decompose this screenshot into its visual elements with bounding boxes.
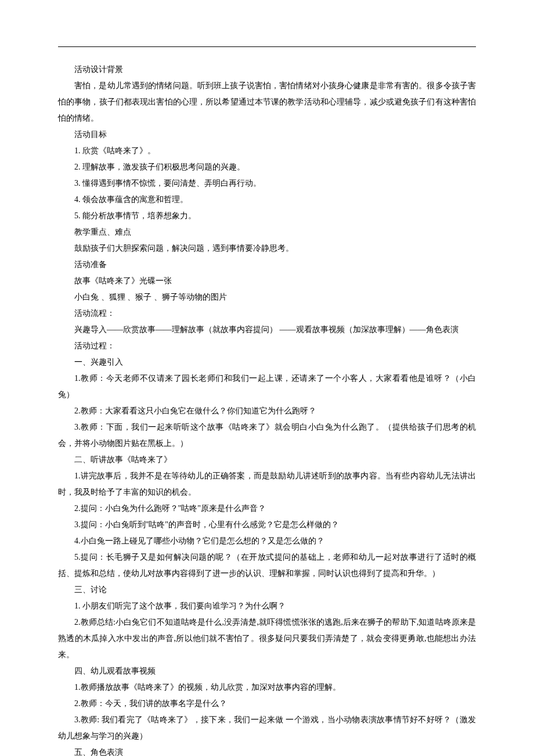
paragraph: 1. 小朋友们听完了这个故事，我们要向谁学习？为什么啊？ bbox=[58, 598, 476, 614]
document-content: 活动设计背景 害怕，是幼儿常遇到的情绪问题。听到班上孩子说害怕，害怕情绪对小孩身… bbox=[58, 62, 476, 756]
paragraph: 2.提问：小白兔为什么跑呀？"咕咚"原来是什么声音？ bbox=[58, 501, 476, 517]
paragraph: 活动目标 bbox=[58, 127, 476, 143]
paragraph: 2.教师：大家看看这只小白兔它在做什么？你们知道它为什么跑呀？ bbox=[58, 403, 476, 419]
paragraph: 3.教师：下面，我们一起来听听这个故事《咕咚来了》就会明白小白兔为什么跑了。（提… bbox=[58, 419, 476, 452]
paragraph: 1.教师：今天老师不仅请来了园长老师们和我们一起上课，还请来了一个小客人，大家看… bbox=[58, 370, 476, 403]
paragraph: 5. 能分析故事情节，培养想象力。 bbox=[58, 208, 476, 224]
paragraph: 3. 懂得遇到事情不惊慌，要问清楚、弄明白再行动。 bbox=[58, 175, 476, 192]
paragraph: 4. 领会故事蕴含的寓意和哲理。 bbox=[58, 192, 476, 208]
paragraph: 鼓励孩子们大胆探索问题，解决问题，遇到事情要冷静思考。 bbox=[58, 240, 476, 257]
paragraph: 1. 欣赏《咕咚来了》。 bbox=[58, 143, 476, 159]
paragraph: 2. 理解故事，激发孩子们积极思考问题的兴趣。 bbox=[58, 159, 476, 175]
paragraph: 1.教师播放故事《咕咚来了》的视频，幼儿欣赏，加深对故事内容的理解。 bbox=[58, 679, 476, 696]
paragraph: 活动准备 bbox=[58, 257, 476, 273]
paragraph: 一、兴趣引入 bbox=[58, 354, 476, 370]
paragraph: 活动设计背景 bbox=[58, 62, 476, 78]
paragraph: 3.提问：小白兔听到"咕咚"的声音时，心里有什么感觉？它是怎么样做的？ bbox=[58, 517, 476, 533]
paragraph: 2.教师总结:小白兔它们不知道咕咚是什么,没弄清楚,就吓得慌慌张张的逃跑,后来在… bbox=[58, 614, 476, 663]
paragraph: 5.提问：长毛狮子又是如何解决问题的呢？（在开放式提问的基础上，老师和幼儿一起对… bbox=[58, 549, 476, 582]
paragraph: 教学重点、难点 bbox=[58, 224, 476, 240]
paragraph: 害怕，是幼儿常遇到的情绪问题。听到班上孩子说害怕，害怕情绪对小孩身心健康是非常有… bbox=[58, 78, 476, 127]
paragraph: 三、讨论 bbox=[58, 582, 476, 598]
paragraph: 小白兔 、狐狸 、猴子 、狮子等动物的图片 bbox=[58, 289, 476, 305]
paragraph: 兴趣导入——欣赏故事——理解故事（就故事内容提问） ——观看故事视频（加深故事理… bbox=[58, 322, 476, 338]
paragraph: 活动过程： bbox=[58, 338, 476, 354]
paragraph: 故事《咕咚来了》光碟一张 bbox=[58, 273, 476, 289]
paragraph: 2.教师：今天，我们讲的故事名字是什么？ bbox=[58, 696, 476, 712]
paragraph: 二、听讲故事《咕咚来了》 bbox=[58, 452, 476, 468]
paragraph: 4.小白兔一路上碰见了哪些小动物？它们是怎么想的？又是怎么做的？ bbox=[58, 533, 476, 549]
paragraph: 3.教师: 我们看完了《咕咚来了》，接下来，我们一起来做 一个游戏，当小动物表演… bbox=[58, 712, 476, 744]
horizontal-divider bbox=[58, 46, 476, 47]
paragraph: 1.讲完故事后，我并不是在等待幼儿的正确答案，而是鼓励幼儿讲述听到的故事内容。当… bbox=[58, 468, 476, 501]
paragraph: 五、角色表演 bbox=[58, 744, 476, 756]
paragraph: 四、幼儿观看故事视频 bbox=[58, 663, 476, 679]
paragraph: 活动流程： bbox=[58, 305, 476, 322]
